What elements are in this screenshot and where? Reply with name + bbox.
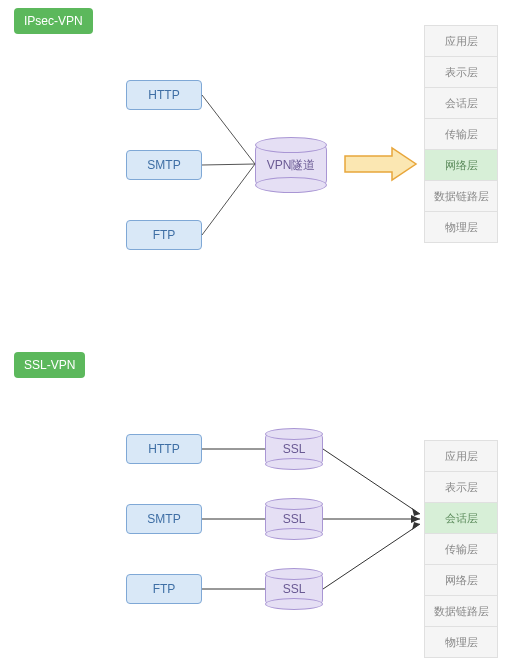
osi-layer: 网络层 xyxy=(425,150,497,181)
proto-smtp-2: SMTP xyxy=(126,504,202,534)
svg-marker-10 xyxy=(411,515,420,523)
proto-http-1: HTTP xyxy=(126,80,202,110)
osi-layer: 传输层 xyxy=(425,534,497,565)
proto-ftp-1: FTP xyxy=(126,220,202,250)
vpn-tunnel: VPN隧道 xyxy=(255,144,327,186)
osi-layer: 表示层 xyxy=(425,472,497,503)
osi-stack-ssl: 应用层表示层会话层传输层网络层数据链路层物理层 xyxy=(424,440,498,658)
osi-layer: 数据链路层 xyxy=(425,596,497,627)
osi-stack-ipsec: 应用层表示层会话层传输层网络层数据链路层物理层 xyxy=(424,25,498,243)
ssl-cyl-3: SSL xyxy=(265,573,323,605)
arrow-icon xyxy=(345,148,416,180)
osi-layer: 物理层 xyxy=(425,627,497,657)
ssl-cyl-1: SSL xyxy=(265,433,323,465)
badge-ipsec: IPsec-VPN xyxy=(14,8,93,34)
proto-smtp-1: SMTP xyxy=(126,150,202,180)
osi-layer: 表示层 xyxy=(425,57,497,88)
svg-line-1 xyxy=(202,164,255,165)
svg-line-2 xyxy=(202,164,255,235)
osi-layer: 会话层 xyxy=(425,503,497,534)
svg-line-6 xyxy=(323,449,420,514)
osi-layer: 物理层 xyxy=(425,212,497,242)
osi-layer: 数据链路层 xyxy=(425,181,497,212)
osi-layer: 应用层 xyxy=(425,26,497,57)
svg-marker-9 xyxy=(412,508,420,516)
svg-line-8 xyxy=(323,524,420,589)
osi-layer: 传输层 xyxy=(425,119,497,150)
proto-http-2: HTTP xyxy=(126,434,202,464)
proto-ftp-2: FTP xyxy=(126,574,202,604)
svg-line-0 xyxy=(202,95,255,164)
badge-ssl: SSL-VPN xyxy=(14,352,85,378)
svg-marker-11 xyxy=(412,522,420,530)
osi-layer: 应用层 xyxy=(425,441,497,472)
osi-layer: 会话层 xyxy=(425,88,497,119)
diagram-root: IPsec-VPN HTTP SMTP FTP VPN隧道 应用层表示层会话层 xyxy=(0,0,512,669)
osi-layer: 网络层 xyxy=(425,565,497,596)
ssl-cyl-2: SSL xyxy=(265,503,323,535)
